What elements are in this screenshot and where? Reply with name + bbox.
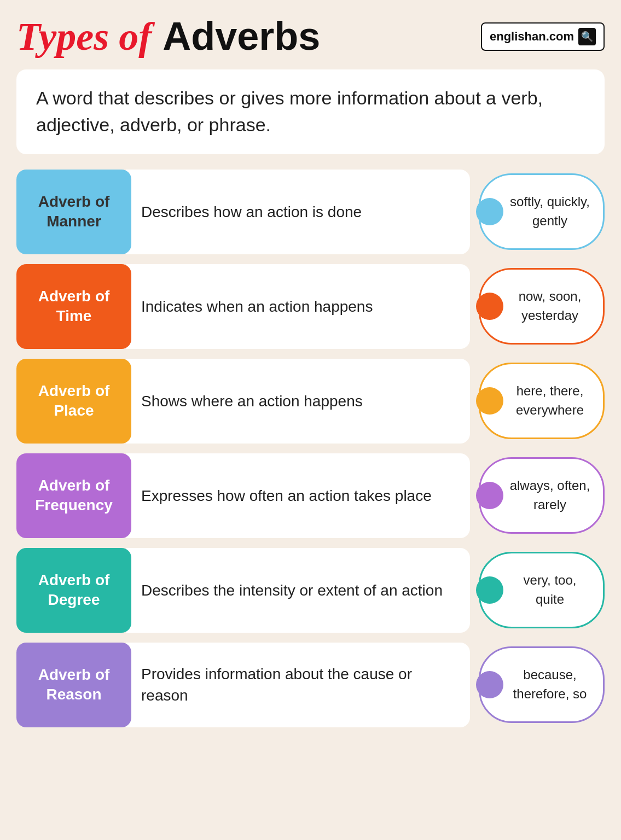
header: Types of Adverbs englishan.com 🔍 <box>16 16 605 56</box>
description-reason: Provides information about the cause or … <box>126 643 470 727</box>
adverb-row-reason: Adverb of ReasonProvides information abo… <box>16 643 605 727</box>
website-badge[interactable]: englishan.com 🔍 <box>481 22 605 51</box>
label-place: Adverb of Place <box>16 359 131 444</box>
example-circle-reason <box>476 671 503 698</box>
definition-box: A word that describes or gives more info… <box>16 69 605 154</box>
label-degree: Adverb of Degree <box>16 548 131 633</box>
title-adverbs: Adverbs <box>162 14 320 58</box>
example-circle-degree <box>476 576 503 604</box>
example-circle-manner <box>476 198 503 225</box>
search-icon[interactable]: 🔍 <box>578 28 596 45</box>
adverb-row-time: Adverb of TimeIndicates when an action h… <box>16 264 605 349</box>
description-degree: Describes the intensity or extent of an … <box>126 548 470 633</box>
example-manner: softly, quickly, gently <box>479 173 605 250</box>
example-circle-frequency <box>476 482 503 509</box>
description-frequency: Expresses how often an action takes plac… <box>126 453 470 538</box>
example-frequency: always, often, rarely <box>479 457 605 534</box>
title-types-of: Types of <box>16 15 152 59</box>
adverb-row-place: Adverb of PlaceShows where an action hap… <box>16 359 605 444</box>
adverb-row-degree: Adverb of DegreeDescribes the intensity … <box>16 548 605 633</box>
adverb-list: Adverb of MannerDescribes how an action … <box>16 170 605 727</box>
description-manner: Describes how an action is done <box>126 170 470 254</box>
label-manner: Adverb of Manner <box>16 170 131 254</box>
adverb-row-manner: Adverb of MannerDescribes how an action … <box>16 170 605 254</box>
label-reason: Adverb of Reason <box>16 643 131 727</box>
example-degree: very, too, quite <box>479 552 605 628</box>
example-circle-place <box>476 387 503 415</box>
example-time: now, soon, yesterday <box>479 268 605 345</box>
example-place: here, there, everywhere <box>479 363 605 439</box>
website-label: englishan.com <box>490 30 574 44</box>
example-circle-time <box>476 293 503 320</box>
example-reason: because, therefore, so <box>479 646 605 723</box>
definition-text: A word that describes or gives more info… <box>36 88 543 135</box>
label-time: Adverb of Time <box>16 264 131 349</box>
adverb-row-frequency: Adverb of FrequencyExpresses how often a… <box>16 453 605 538</box>
page-title: Types of Adverbs <box>16 16 320 56</box>
label-frequency: Adverb of Frequency <box>16 453 131 538</box>
description-time: Indicates when an action happens <box>126 264 470 349</box>
description-place: Shows where an action happens <box>126 359 470 444</box>
